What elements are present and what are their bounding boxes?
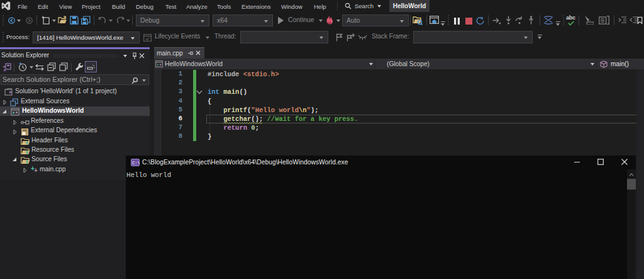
svg-text:C:\: C:\ [132,161,140,166]
